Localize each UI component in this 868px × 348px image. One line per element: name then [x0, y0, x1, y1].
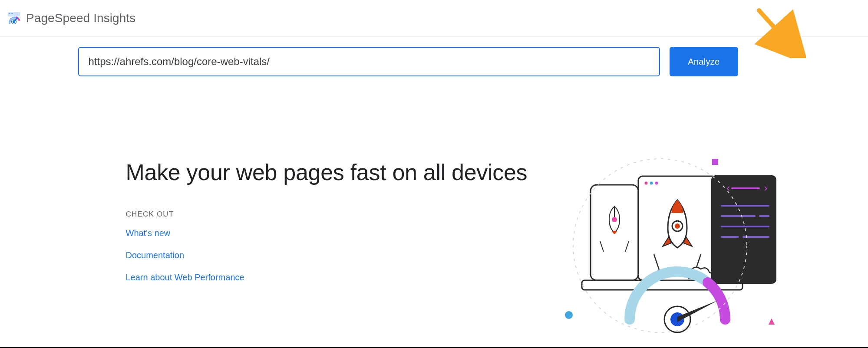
- svg-rect-5: [712, 159, 718, 165]
- analyze-bar: Analyze: [78, 47, 738, 76]
- pagespeed-logo-icon: [7, 11, 21, 25]
- url-input[interactable]: [78, 47, 660, 76]
- svg-point-15: [650, 182, 653, 185]
- hero-section: Make your web pages fast on all devices …: [78, 76, 738, 282]
- svg-rect-0: [8, 12, 20, 16]
- svg-rect-1: [9, 13, 10, 14]
- svg-rect-2: [11, 13, 13, 14]
- link-whats-new[interactable]: What's new: [126, 228, 171, 238]
- svg-point-16: [655, 182, 658, 185]
- app-header: PageSpeed Insights: [0, 0, 868, 36]
- svg-marker-7: [769, 318, 775, 325]
- link-learn-web-performance[interactable]: Learn about Web Performance: [126, 272, 244, 282]
- svg-text:›: ›: [762, 182, 769, 194]
- analyze-button[interactable]: Analyze: [670, 47, 738, 76]
- svg-point-9: [612, 217, 617, 222]
- svg-point-18: [675, 223, 680, 229]
- hero-illustration-icon: ‹ ›: [551, 154, 777, 338]
- link-documentation[interactable]: Documentation: [126, 250, 185, 260]
- svg-point-14: [644, 182, 647, 185]
- svg-point-6: [565, 311, 573, 319]
- app-title: PageSpeed Insights: [26, 11, 135, 25]
